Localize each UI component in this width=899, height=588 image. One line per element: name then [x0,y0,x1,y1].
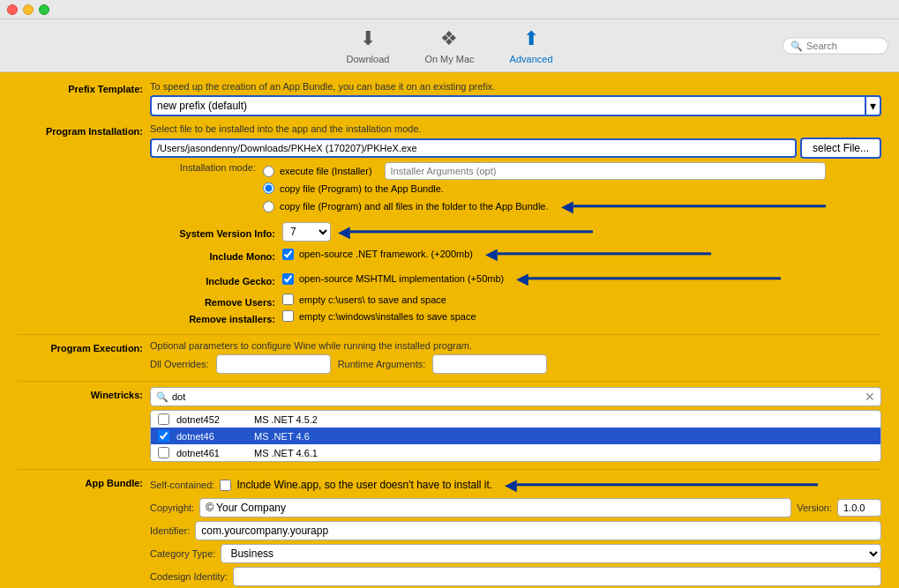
winetricks-clear-button[interactable]: ✕ [865,390,875,404]
mode-copy-folder-label: copy file (Program) and all files in the… [280,201,549,212]
winetricks-search-input[interactable] [172,391,865,402]
toolbar-advanced-label: Advanced [510,54,553,64]
remove-installers-label: Remove installers: [150,311,282,324]
dll-overrides-label: Dll Overrides: [150,359,209,369]
app-bundle-label: App Bundle: [18,475,150,488]
app-bundle-section: App Bundle: Self-contained: Include Wine… [18,475,881,588]
mode-execute-radio[interactable] [263,166,274,177]
winetricks-content: 🔍 ✕ dotnet452 MS .NET 4.5.2 dotnet46 MS … [150,387,881,462]
winetricks-dotnet461-name: dotnet461 [176,448,247,458]
winetricks-list: dotnet452 MS .NET 4.5.2 dotnet46 MS .NET… [150,410,881,462]
include-mono-section: Include Mono: open-source .NET framework… [150,244,881,266]
winetricks-dotnet46-desc: MS .NET 4.6 [254,431,873,442]
traffic-lights [7,4,49,15]
sysver-arrow: ◀━━━━━━━━━━━━━━━━━━━━━━━━━ [338,222,593,242]
program-execution-section: Program Execution: Optional parameters t… [18,340,881,374]
remove-users-checkbox[interactable] [282,294,294,305]
dll-runtime-row: Dll Overrides: Runtime Arguments: [150,354,881,374]
divider-2 [18,381,881,382]
program-path-input[interactable] [150,138,797,158]
program-execution-label: Program Execution: [18,340,150,354]
winetricks-dotnet452-checkbox[interactable] [158,413,169,425]
prefix-template-content: To speed up the creation of an App Bundl… [150,81,881,116]
codesign-identity-label: Codesign Identity: [150,571,228,582]
winetricks-search-wrapper[interactable]: 🔍 ✕ [150,387,881,406]
mode-copy-program-label: copy file (Program) to the App Bundle. [280,183,444,194]
winetricks-item-dotnet461[interactable]: dotnet461 MS .NET 4.6.1 [151,444,880,461]
toolbar-onmymac-label: On My Mac [424,54,474,64]
include-gecko-desc: open-source MSHTML implementation (+50mb… [299,273,504,284]
winetricks-dotnet46-name: dotnet46 [176,431,247,442]
prefix-template-section: Prefix Template: To speed up the creatio… [18,81,881,116]
copy-folder-arrow: ◀━━━━━━━━━━━━━━━━━━━━━━━━━━ [561,197,826,216]
mode-copy-program-radio[interactable] [263,182,274,194]
include-mono-row: open-source .NET framework. (+200mb) ◀━━… [282,244,711,264]
winetricks-section: Winetricks: 🔍 ✕ dotnet452 MS .NET 4.5.2 … [18,387,881,462]
copyright-label: Copyright: [150,502,194,513]
sysver-label: System Version Info: [150,226,282,239]
maximize-button[interactable] [39,4,49,15]
main-content: Prefix Template: To speed up the creatio… [0,72,899,588]
remove-users-section: Remove Users: empty c:\users\ to save an… [150,294,881,308]
toolbar-items: ⬇ Download ❖ On My Mac ⬆ Advanced [346,27,552,64]
toolbar-download-label: Download [346,54,389,64]
self-contained-desc: Include Wine.app, so the user doesn't ha… [236,479,492,491]
category-type-select[interactable]: Business Education Entertainment Finance… [221,544,881,563]
include-mono-checkbox[interactable] [282,249,294,260]
include-gecko-arrow: ◀━━━━━━━━━━━━━━━━━━━━━━━━━━ [516,269,781,288]
version-input[interactable] [837,499,881,517]
divider-1 [18,334,881,335]
mode-execute-label: execute file (Installer) [280,166,372,176]
remove-installers-row: empty c:\windows\installes to save space [282,310,476,322]
mode-copy-folder-row: copy file (Program) and all files in the… [263,197,826,216]
toolbar-item-download[interactable]: ⬇ Download [346,27,389,64]
close-button[interactable] [7,4,18,15]
toolbar: ⬇ Download ❖ On My Mac ⬆ Advanced 🔍 [0,19,899,72]
self-contained-checkbox[interactable] [220,480,231,491]
prefix-template-label: Prefix Template: [18,81,150,94]
toolbar-item-advanced[interactable]: ⬆ Advanced [510,27,553,64]
identifier-row: Identifier: [150,521,881,540]
category-type-label: Category Type: [150,548,215,559]
program-installation-desc: Select file to be installed into the app… [150,123,881,134]
mode-copy-folder-radio[interactable] [263,201,274,212]
prefix-dropdown-button[interactable]: ▾ [866,95,881,116]
self-contained-label: Self-contained: [150,480,214,490]
remove-installers-checkbox[interactable] [282,310,294,322]
winetricks-dotnet452-name: dotnet452 [176,414,247,425]
search-input[interactable] [806,41,877,51]
winetricks-item-dotnet452[interactable]: dotnet452 MS .NET 4.5.2 [151,411,880,428]
advanced-icon: ⬆ [523,27,539,50]
app-bundle-content: Self-contained: Include Wine.app, so the… [150,475,881,588]
remove-users-desc: empty c:\users\ to save and space [299,294,446,305]
include-gecko-row: open-source MSHTML implementation (+50mb… [282,269,781,288]
category-type-row: Category Type: Business Education Entert… [150,544,881,563]
installer-args-input[interactable] [385,162,826,180]
winetricks-item-dotnet46[interactable]: dotnet46 MS .NET 4.6 [151,428,880,444]
winetricks-dotnet46-checkbox[interactable] [158,430,169,442]
select-file-button[interactable]: select File... [800,138,881,159]
codesign-identity-input[interactable] [233,567,881,586]
include-gecko-section: Include Gecko: open-source MSHTML implem… [150,269,881,291]
mode-execute-row: execute file (Installer) [263,162,826,180]
remove-users-row: empty c:\users\ to save and space [282,294,446,305]
download-icon: ⬇ [360,27,376,50]
copyright-input[interactable] [199,498,791,517]
minimize-button[interactable] [23,4,34,15]
toolbar-search[interactable]: 🔍 [783,37,888,54]
identifier-input[interactable] [195,521,881,540]
sysver-select[interactable]: 7 8 10 [282,222,331,242]
winetricks-dotnet461-desc: MS .NET 4.6.1 [254,448,873,458]
include-gecko-checkbox[interactable] [282,273,294,285]
winetricks-dotnet461-checkbox[interactable] [158,447,169,458]
program-installation-content: Select file to be installed into the app… [150,123,881,327]
program-installation-section: Program Installation: Select file to be … [18,123,881,327]
prefix-template-input[interactable] [150,95,866,116]
runtime-arguments-label: Runtime Arguments: [338,359,426,369]
toolbar-item-onmymac[interactable]: ❖ On My Mac [424,27,474,64]
dll-overrides-input[interactable] [216,354,331,374]
winetricks-label: Winetricks: [18,387,150,400]
program-installation-label: Program Installation: [18,123,150,137]
titlebar [0,0,899,19]
runtime-arguments-input[interactable] [432,354,547,374]
